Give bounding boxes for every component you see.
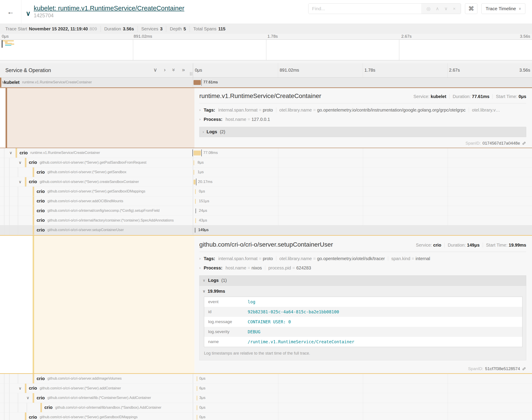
expand-tags-chevron-icon[interactable]: ›	[199, 108, 201, 112]
logs-accordion[interactable]: ∨ Logs(1)	[199, 275, 526, 286]
span-row[interactable]: crio github.com/cri-o/cri-o/server.(*Ser…	[0, 412, 532, 420]
expand-one-icon[interactable]: ›	[164, 67, 166, 73]
span-row[interactable]: ∨ kubelet runtime.v1.RuntimeService/Crea…	[0, 78, 532, 87]
span-row[interactable]: ∨ crio github.com/cri-o/cri-o/server.(*S…	[0, 177, 532, 187]
collapse-one-icon[interactable]: ∨	[153, 67, 157, 73]
prev-match-icon[interactable]: ∧	[436, 6, 439, 11]
collapse-children-chevron-icon[interactable]: ∨	[9, 150, 12, 155]
span-row-timeline[interactable]: 0μs	[193, 374, 532, 383]
span-row[interactable]: crio github.com/cri-o/cri-o/server.addIm…	[0, 374, 532, 384]
span-row[interactable]: ∨ crio runtime.v1.RuntimeService/CreateC…	[0, 148, 532, 158]
span-duration-bar[interactable]	[197, 396, 197, 401]
collapse-children-chevron-icon[interactable]: ∨	[26, 395, 29, 400]
span-duration-label: 77.61ms	[203, 80, 218, 85]
span-row-timeline[interactable]: 1μs	[193, 167, 532, 177]
deep-link-icon[interactable]	[522, 367, 526, 371]
span-row-timeline[interactable]: 0μs	[193, 187, 532, 196]
deep-link-icon[interactable]	[522, 141, 526, 146]
span-row-timeline[interactable]: 8μs	[193, 158, 532, 167]
span-row[interactable]: crio github.com/cri-o/cri-o/internal/lib…	[0, 403, 532, 413]
span-duration-label: 6μs	[199, 386, 205, 390]
span-duration-bar[interactable]	[197, 376, 197, 381]
span-row[interactable]: crio github.com/cri-o/cri-o/server.setup…	[0, 225, 532, 235]
span-row[interactable]: crio github.com/cri-o/cri-o/server.addOC…	[0, 196, 532, 206]
span-duration-bar[interactable]	[195, 218, 196, 223]
span-row-left: crio github.com/cri-o/cri-o/internal/con…	[0, 206, 193, 216]
span-duration-bar[interactable]	[197, 386, 197, 391]
span-color-stripe	[33, 167, 34, 177]
collapse-trace-chevron-icon[interactable]: ∨	[26, 10, 31, 17]
next-match-icon[interactable]: ∨	[444, 6, 448, 11]
span-operation-name: github.com/cri-o/cri-o/server.(*Server).…	[40, 161, 146, 165]
trace-start: Trace StartNovember 15 2022, 11:19:40.80…	[2, 26, 101, 32]
span-row-timeline[interactable]: 149μs	[193, 225, 532, 235]
log-entry-header[interactable]: ∨ 19.99ms	[203, 289, 522, 294]
span-duration-bar[interactable]	[195, 228, 195, 233]
span-row[interactable]: ∨ crio github.com/cri-o/cri-o/internal/l…	[0, 393, 532, 403]
span-row[interactable]: ∨ crio github.com/cri-o/cri-o/server.(*S…	[0, 158, 532, 168]
column-resizer-grip[interactable]	[190, 72, 192, 76]
minimap-canvas[interactable]	[0, 40, 532, 60]
span-row-timeline[interactable]: 20.17ms	[193, 177, 532, 187]
span-duration-bar[interactable]	[197, 415, 197, 420]
span-duration-label: 1μs	[198, 170, 204, 174]
span-row-timeline[interactable]: 24μs	[193, 206, 532, 216]
span-duration-bar[interactable]	[195, 199, 196, 204]
minimap-span-shape	[11, 44, 14, 45]
expand-tags-chevron-icon[interactable]: ›	[199, 256, 201, 261]
span-duration-bar[interactable]	[194, 170, 194, 175]
span-row[interactable]: crio github.com/cri-o/cri-o/internal/con…	[0, 206, 532, 216]
span-row[interactable]: ∨ crio github.com/cri-o/cri-o/server.(*S…	[0, 384, 532, 393]
expand-process-chevron-icon[interactable]: ›	[199, 117, 201, 121]
find-controls: ◎ ∧ ∨ ×	[421, 3, 461, 14]
span-duration-bar[interactable]	[196, 209, 196, 213]
span-duration-bar[interactable]	[195, 189, 196, 194]
collapse-children-chevron-icon[interactable]: ∨	[19, 160, 21, 165]
logs-accordion[interactable]: › Logs(2)	[199, 127, 526, 137]
span-operation-name: github.com/cri-o/cri-o/server.(*Server).…	[40, 180, 139, 184]
title-block: kubelet: runtime.v1.RuntimeService/Creat…	[34, 5, 185, 19]
span-service-name: crio	[37, 227, 45, 233]
expand-process-chevron-icon[interactable]: ›	[199, 266, 201, 270]
span-service-name: crio	[29, 160, 37, 165]
collapse-children-chevron-icon[interactable]: ∨	[2, 80, 5, 85]
span-row-timeline[interactable]: 0μs	[193, 412, 532, 420]
trace-id: 1425704	[34, 13, 185, 19]
trace-timeline-view-selector[interactable]: Trace Timeline ∨	[481, 3, 525, 14]
span-row[interactable]: crio github.com/cri-o/cri-o/server.(*Ser…	[0, 167, 532, 177]
span-row-left: ∨ crio github.com/cri-o/cri-o/server.(*S…	[0, 158, 193, 167]
span-duration-bar[interactable]	[194, 150, 201, 155]
span-row-timeline[interactable]: 6μs	[193, 384, 532, 393]
span-row-timeline[interactable]: 77.08ms	[193, 148, 532, 158]
collapse-all-icon[interactable]: »	[171, 68, 176, 71]
locate-icon[interactable]: ◎	[426, 6, 430, 11]
span-row-timeline[interactable]: 43μs	[193, 216, 532, 225]
find-input[interactable]	[309, 3, 421, 14]
keyboard-shortcuts-button[interactable]: ⌘	[465, 3, 477, 14]
span-operation-name: github.com/cri-o/cri-o/internal/factory/…	[47, 218, 174, 223]
span-duration-bar[interactable]	[197, 405, 197, 410]
span-row[interactable]: crio github.com/cri-o/cri-o/server.(*Ser…	[0, 187, 532, 196]
span-row[interactable]: crio github.com/cri-o/cri-o/internal/fac…	[0, 216, 532, 225]
span-color-stripe	[25, 412, 26, 420]
expand-collapse-controls: ∨ › » »	[153, 67, 185, 73]
span-operation-name: github.com/cri-o/cri-o/internal/lib/sand…	[55, 405, 161, 410]
span-id-row: SpanID: 51cf7f38e5128574	[468, 366, 526, 371]
clear-search-icon[interactable]: ×	[453, 6, 455, 11]
span-row-left: crio github.com/cri-o/cri-o/server.addIm…	[0, 374, 193, 383]
back-arrow-icon: ←	[7, 8, 14, 16]
span-operation-name: github.com/cri-o/cri-o/server.addImageVo…	[47, 376, 122, 380]
collapse-children-chevron-icon[interactable]: ∨	[19, 386, 21, 391]
back-button[interactable]: ←	[0, 0, 21, 24]
span-row-timeline[interactable]: 151μs	[193, 196, 532, 206]
span-duration-bar[interactable]	[194, 160, 194, 165]
span-row-timeline[interactable]: 3μs	[193, 393, 532, 403]
span-duration-bar[interactable]	[194, 180, 196, 184]
span-row-timeline[interactable]: 77.61ms	[193, 78, 532, 87]
span-row-timeline[interactable]: 0μs	[193, 403, 532, 412]
span-duration-bar[interactable]	[194, 80, 201, 85]
collapse-children-chevron-icon[interactable]: ∨	[19, 180, 21, 184]
trace-title-link[interactable]: kubelet: runtime.v1.RuntimeService/Creat…	[34, 5, 185, 12]
logs-body: ∨ 19.99ms eventlog id92b82381-025c-4a64-…	[199, 286, 526, 360]
expand-all-icon[interactable]: »	[182, 67, 185, 73]
